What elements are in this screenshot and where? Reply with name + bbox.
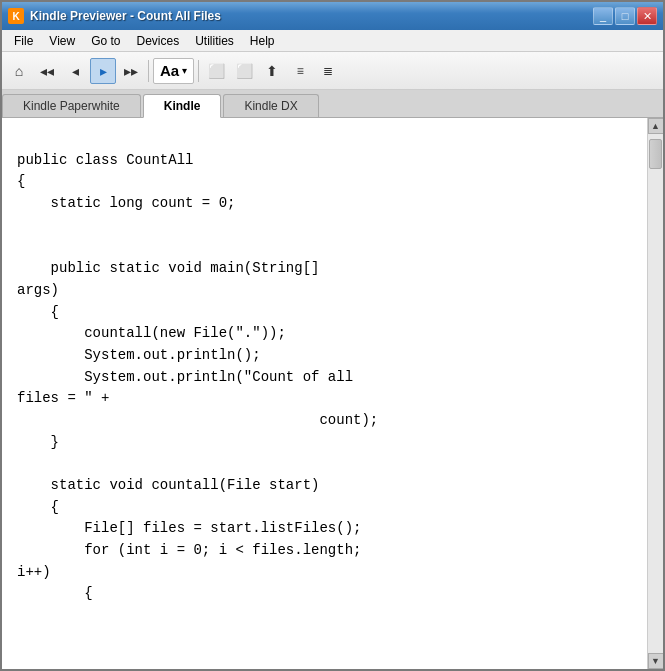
layout-btn-1[interactable]: ⬜ xyxy=(203,58,229,84)
toolbar: ⌂ ◂◂ ◂ ▸ ▸▸ Aa ▾ ⬜ ⬜ ⬆ ≡ ≣ xyxy=(2,52,663,90)
tab-kindle[interactable]: Kindle xyxy=(143,94,222,118)
layout-btn-4[interactable]: ≡ xyxy=(287,58,313,84)
scroll-up-button[interactable]: ▲ xyxy=(648,118,664,134)
nav-end-button[interactable]: ▸▸ xyxy=(118,58,144,84)
layout-btn-3[interactable]: ⬆ xyxy=(259,58,285,84)
layout-btn-2[interactable]: ⬜ xyxy=(231,58,257,84)
close-button[interactable]: ✕ xyxy=(637,7,657,25)
window-controls: _ □ ✕ xyxy=(593,7,657,25)
content-area: public class CountAll { static long coun… xyxy=(2,118,663,669)
tab-kindle-paperwhite[interactable]: Kindle Paperwhite xyxy=(2,94,141,117)
window-title: Kindle Previewer - Count All Files xyxy=(30,9,221,23)
font-label: Aa xyxy=(160,62,179,79)
maximize-button[interactable]: □ xyxy=(615,7,635,25)
tab-bar: Kindle Paperwhite Kindle Kindle DX xyxy=(2,90,663,118)
toolbar-separator-2 xyxy=(198,60,199,82)
menu-goto[interactable]: Go to xyxy=(83,32,128,50)
minimize-button[interactable]: _ xyxy=(593,7,613,25)
menu-bar: File View Go to Devices Utilities Help xyxy=(2,30,663,52)
tab-kindle-dx[interactable]: Kindle DX xyxy=(223,94,318,117)
scroll-down-button[interactable]: ▼ xyxy=(648,653,664,669)
menu-file[interactable]: File xyxy=(6,32,41,50)
app-icon: K xyxy=(8,8,24,24)
scroll-thumb[interactable] xyxy=(649,139,662,169)
menu-help[interactable]: Help xyxy=(242,32,283,50)
title-bar-left: K Kindle Previewer - Count All Files xyxy=(8,8,221,24)
nav-next-button[interactable]: ▸ xyxy=(90,58,116,84)
menu-view[interactable]: View xyxy=(41,32,83,50)
menu-utilities[interactable]: Utilities xyxy=(187,32,242,50)
layout-btn-5[interactable]: ≣ xyxy=(315,58,341,84)
code-content: public class CountAll { static long coun… xyxy=(17,152,378,602)
back-home-button[interactable]: ⌂ xyxy=(6,58,32,84)
nav-start-button[interactable]: ◂◂ xyxy=(34,58,60,84)
font-dropdown-icon: ▾ xyxy=(182,65,187,76)
nav-prev-button[interactable]: ◂ xyxy=(62,58,88,84)
scroll-track[interactable] xyxy=(648,134,663,653)
menu-devices[interactable]: Devices xyxy=(129,32,188,50)
scrollbar[interactable]: ▲ ▼ xyxy=(647,118,663,669)
main-window: K Kindle Previewer - Count All Files _ □… xyxy=(0,0,665,671)
title-bar: K Kindle Previewer - Count All Files _ □… xyxy=(2,2,663,30)
toolbar-separator-1 xyxy=(148,60,149,82)
font-size-button[interactable]: Aa ▾ xyxy=(153,58,194,84)
code-display[interactable]: public class CountAll { static long coun… xyxy=(2,118,647,669)
